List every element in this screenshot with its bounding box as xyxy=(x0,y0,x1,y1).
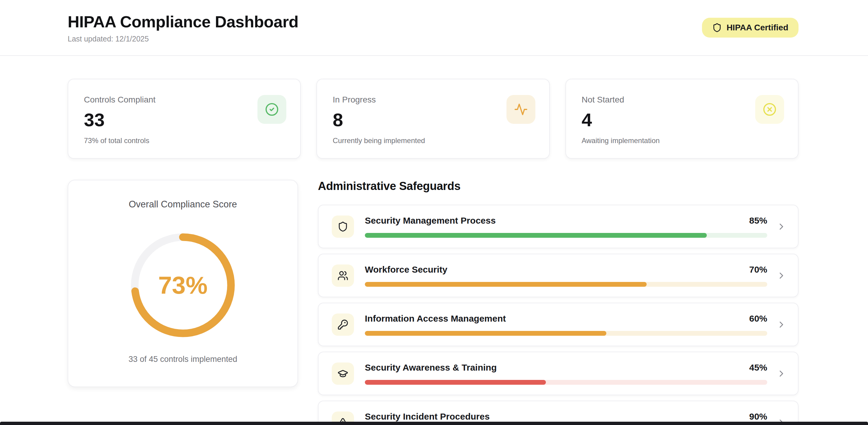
stat-value: 8 xyxy=(333,110,425,129)
progress-bar-fill xyxy=(365,380,546,385)
ring-percent-label: 73% xyxy=(131,233,235,337)
stat-icon-chip xyxy=(506,95,535,124)
score-title: Overall Compliance Score xyxy=(129,199,237,210)
row-title: Information Access Management xyxy=(365,314,506,324)
stat-subtext: Awaiting implementation xyxy=(582,136,660,145)
window-bottom-bar xyxy=(0,422,868,425)
safeguards-heading: Administrative Safeguards xyxy=(318,180,799,193)
key-icon xyxy=(337,319,348,330)
chevron-right-icon[interactable] xyxy=(776,270,786,281)
safeguard-row-security-awareness-training[interactable]: Security Awareness & Training 45% xyxy=(318,352,799,395)
chevron-right-icon[interactable] xyxy=(776,222,786,232)
shield-icon xyxy=(337,221,348,232)
chevron-right-icon[interactable] xyxy=(776,320,786,330)
row-content: Information Access Management 60% xyxy=(365,314,767,336)
row-content: Security Awareness & Training 45% xyxy=(365,362,767,385)
safeguards-section: Administrative Safeguards Security Manag… xyxy=(318,180,799,425)
stat-card-not-started: Not Started 4 Awaiting implementation xyxy=(565,79,799,159)
progress-bar-fill xyxy=(365,282,647,287)
row-percent: 85% xyxy=(749,216,767,226)
stat-card-text: In Progress 8 Currently being implemente… xyxy=(333,95,425,158)
progress-bar-fill xyxy=(365,233,707,238)
row-content: Security Management Process 85% xyxy=(365,216,767,238)
progress-bar xyxy=(365,380,767,385)
row-percent: 70% xyxy=(749,264,767,275)
row-percent: 90% xyxy=(749,412,767,422)
row-icon-chip xyxy=(332,314,354,336)
row-title: Workforce Security xyxy=(365,264,447,275)
shield-icon xyxy=(712,23,722,32)
stat-label: In Progress xyxy=(333,95,425,105)
stat-card-in-progress: In Progress 8 Currently being implemente… xyxy=(316,79,550,159)
circle-x-icon xyxy=(763,102,777,116)
stat-label: Not Started xyxy=(582,95,660,105)
progress-bar xyxy=(365,233,767,238)
stat-icon-chip xyxy=(257,95,286,124)
hipaa-certified-badge: HIPAA Certified xyxy=(702,18,799,38)
safeguards-list: Security Management Process 85% xyxy=(318,205,799,425)
dashboard-main: Controls Compliant 33 73% of total contr… xyxy=(0,56,868,425)
row-title: Security Incident Procedures xyxy=(365,412,490,422)
compliance-ring: 73% xyxy=(131,233,235,337)
compliance-score-card: Overall Compliance Score 73% 33 of 45 co… xyxy=(68,180,298,387)
progress-bar-fill xyxy=(365,331,606,336)
progress-bar xyxy=(365,331,767,336)
safeguard-row-security-incident-procedures[interactable]: Security Incident Procedures 90% xyxy=(318,401,799,425)
safeguard-row-security-management-process[interactable]: Security Management Process 85% xyxy=(318,205,799,248)
row-percent: 45% xyxy=(749,362,767,373)
progress-bar xyxy=(365,282,767,287)
row-icon-chip xyxy=(332,362,354,385)
row-percent: 60% xyxy=(749,314,767,324)
stat-label: Controls Compliant xyxy=(84,95,155,105)
stat-value: 4 xyxy=(582,110,660,129)
graduation-cap-icon xyxy=(337,368,348,379)
page-header: HIPAA Compliance Dashboard Last updated:… xyxy=(0,0,868,56)
stat-card-text: Not Started 4 Awaiting implementation xyxy=(582,95,660,158)
stat-card-controls-compliant: Controls Compliant 33 73% of total contr… xyxy=(68,79,301,159)
row-icon-chip xyxy=(332,216,354,238)
stats-row: Controls Compliant 33 73% of total contr… xyxy=(68,79,799,159)
row-content: Workforce Security 70% xyxy=(365,264,767,287)
last-updated-text: Last updated: 12/1/2025 xyxy=(68,35,298,43)
lower-section: Overall Compliance Score 73% 33 of 45 co… xyxy=(68,180,799,425)
score-caption: 33 of 45 controls implemented xyxy=(128,355,237,364)
page-title: HIPAA Compliance Dashboard xyxy=(68,12,298,31)
safeguard-row-information-access-management[interactable]: Information Access Management 60% xyxy=(318,303,799,346)
header-titles: HIPAA Compliance Dashboard Last updated:… xyxy=(68,12,298,43)
row-title: Security Management Process xyxy=(365,216,496,226)
stat-card-text: Controls Compliant 33 73% of total contr… xyxy=(84,95,155,158)
badge-label: HIPAA Certified xyxy=(726,23,788,32)
users-icon xyxy=(337,270,348,281)
chevron-right-icon[interactable] xyxy=(776,368,786,379)
row-icon-chip xyxy=(332,264,354,287)
activity-icon xyxy=(514,102,528,116)
row-title: Security Awareness & Training xyxy=(365,362,497,373)
stat-subtext: Currently being implemented xyxy=(333,136,425,145)
circle-check-icon xyxy=(265,102,279,116)
stat-icon-chip xyxy=(755,95,784,124)
stat-subtext: 73% of total controls xyxy=(84,136,155,145)
safeguard-row-workforce-security[interactable]: Workforce Security 70% xyxy=(318,254,799,297)
stat-value: 33 xyxy=(84,110,155,129)
